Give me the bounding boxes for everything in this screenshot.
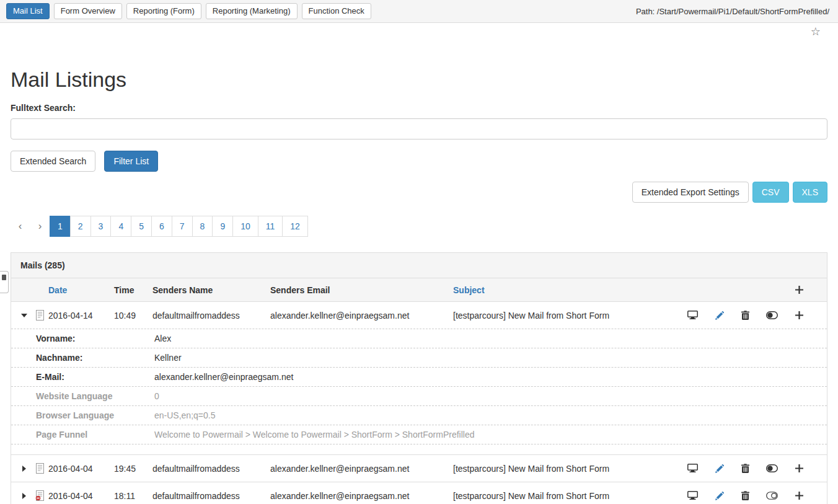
collapse-row-caret-icon[interactable]: [17, 314, 31, 317]
detail-field-value: Kellner: [154, 353, 827, 363]
detail-field-label: Page Funnel: [36, 430, 154, 440]
mail-row: 2016-04-0418:11defaultmailfromaddessalex…: [11, 482, 827, 504]
pagination: ‹›123456789101112: [11, 216, 827, 237]
mails-panel: Mails (285) Date Time Senders Name Sende…: [11, 252, 827, 504]
detail-field-label: Vorname:: [36, 334, 154, 343]
add-mail-icon[interactable]: [795, 311, 803, 319]
view-mail-icon[interactable]: [687, 464, 698, 473]
doc-header-row2: ☆: [0, 23, 838, 40]
table-body: 2016-04-1410:49defaultmailfromaddessalex…: [11, 301, 827, 504]
topbar-tabs: Mail ListForm OverviewReporting (Form)Re…: [6, 3, 371, 19]
page-title: Mail Listings: [11, 68, 827, 92]
column-header-date[interactable]: Date: [48, 285, 114, 295]
detail-field-value: alexander.kellner@einpraegsam.net: [154, 372, 827, 382]
mail-detail-row: E-Mail:alexander.kellner@einpraegsam.net: [11, 367, 827, 386]
mail-time: 10:49: [114, 311, 152, 321]
table-header-row: Date Time Senders Name Senders Email Sub…: [11, 278, 827, 301]
extended-search-button[interactable]: Extended Search: [11, 151, 95, 172]
mail-record-icon: [31, 463, 48, 474]
tab-reporting-form[interactable]: Reporting (Form): [126, 3, 201, 19]
pagination-page-9[interactable]: 9: [212, 216, 233, 237]
pagination-page-7[interactable]: 7: [172, 216, 193, 237]
detail-field-label: E-Mail:: [36, 372, 154, 382]
extended-export-settings-button[interactable]: Extended Export Settings: [632, 182, 749, 203]
column-header-subject[interactable]: Subject: [453, 285, 687, 295]
tab-function-check[interactable]: Function Check: [302, 3, 371, 19]
detail-field-value: 0: [154, 391, 827, 401]
detail-field-value: Alex: [154, 334, 827, 343]
pagination-prev-icon[interactable]: ‹: [10, 216, 30, 237]
column-header-senders-email: Senders Email: [270, 285, 453, 295]
pagination-page-5[interactable]: 5: [131, 216, 152, 237]
pagination-page-1[interactable]: 1: [50, 216, 71, 237]
toggle-visibility-icon[interactable]: [766, 492, 778, 500]
detail-field-label: Website Language: [36, 391, 154, 401]
fulltext-search-label: Fulltext Search:: [11, 103, 827, 113]
mail-sender-email: alexander.kellner@einpraegsam.net: [270, 491, 453, 501]
detail-field-value: en-US,en;q=0.5: [154, 410, 827, 420]
mails-panel-title: Mails (285): [11, 253, 827, 278]
mail-subject: [testparcours] New Mail from Short Form: [453, 311, 687, 321]
pagination-page-4[interactable]: 4: [110, 216, 131, 237]
mail-sender-email: alexander.kellner@einpraegsam.net: [270, 464, 453, 474]
view-mail-icon[interactable]: [687, 491, 698, 500]
pagination-page-3[interactable]: 3: [90, 216, 112, 237]
row-actions: [687, 311, 827, 320]
mail-details: Vorname:AlexNachname:KellnerE-Mail:alexa…: [11, 329, 827, 444]
toggle-visibility-icon[interactable]: [766, 464, 778, 472]
collapse-handle[interactable]: [0, 271, 9, 293]
mail-detail-row: Website Language0: [11, 386, 827, 405]
breadcrumb-path: Path: /Start/Powermail/Pi1/Default/Short…: [636, 7, 829, 16]
expand-row-caret-icon[interactable]: [17, 493, 31, 499]
pagination-page-8[interactable]: 8: [192, 216, 213, 237]
export-csv-button[interactable]: CSV: [752, 182, 789, 203]
mail-sender-name: defaultmailfromaddess: [152, 464, 270, 474]
detail-field-value: Welcome to Powermail > Welcome to Powerm…: [154, 430, 827, 440]
export-xls-button[interactable]: XLS: [793, 182, 827, 203]
edit-mail-icon[interactable]: [715, 492, 724, 500]
detail-field-label: Nachname:: [36, 353, 154, 363]
expand-row-caret-icon[interactable]: [17, 466, 31, 472]
add-mail-icon[interactable]: [795, 492, 803, 500]
mail-sender-email: alexander.kellner@einpraegsam.net: [270, 311, 453, 321]
mail-record-icon: [31, 310, 48, 321]
mail-date: 2016-04-04: [48, 464, 114, 474]
pagination-page-12[interactable]: 12: [282, 216, 308, 237]
mail-detail-row: Nachname:Kellner: [11, 348, 827, 367]
pagination-page-10[interactable]: 10: [232, 216, 258, 237]
mail-detail-row: Vorname:Alex: [11, 329, 827, 348]
mail-detail-row: Browser Languageen-US,en;q=0.5: [11, 405, 827, 425]
bookmark-star-icon[interactable]: ☆: [811, 26, 821, 37]
tab-form-overview[interactable]: Form Overview: [54, 3, 122, 19]
mail-date: 2016-04-04: [48, 491, 114, 501]
mail-sender-name: defaultmailfromaddess: [152, 491, 270, 501]
mail-sender-name: defaultmailfromaddess: [152, 311, 270, 321]
tab-mail-list[interactable]: Mail List: [6, 3, 50, 19]
edit-mail-icon[interactable]: [715, 311, 724, 320]
add-column-icon[interactable]: [795, 286, 803, 294]
mail-time: 18:11: [114, 491, 152, 501]
export-buttons: Extended Export Settings CSV XLS: [11, 182, 827, 203]
tab-reporting-marketing[interactable]: Reporting (Marketing): [206, 3, 298, 19]
add-mail-icon[interactable]: [795, 464, 803, 472]
filter-list-button[interactable]: Filter List: [104, 151, 158, 172]
view-mail-icon[interactable]: [687, 311, 698, 320]
filter-buttons: Extended Search Filter List: [11, 151, 827, 172]
fulltext-search-input[interactable]: [11, 118, 827, 139]
edit-mail-icon[interactable]: [715, 464, 724, 473]
main-content: Mail Listings Fulltext Search: Extended …: [0, 68, 838, 504]
pagination-page-6[interactable]: 6: [151, 216, 172, 237]
pagination-page-11[interactable]: 11: [258, 216, 283, 237]
mail-time: 19:45: [114, 464, 152, 474]
column-header-time: Time: [114, 285, 152, 295]
mail-detail-row: Page FunnelWelcome to Powermail > Welcom…: [11, 425, 827, 444]
doc-header: Mail ListForm OverviewReporting (Form)Re…: [0, 0, 838, 23]
pagination-next-icon[interactable]: ›: [30, 216, 50, 237]
toggle-visibility-icon[interactable]: [766, 311, 778, 319]
delete-mail-icon[interactable]: [741, 464, 749, 473]
delete-mail-icon[interactable]: [741, 311, 749, 320]
column-header-senders-name: Senders Name: [152, 285, 270, 295]
pagination-page-2[interactable]: 2: [70, 216, 91, 237]
mail-subject: [testparcours] New Mail from Short Form: [453, 491, 687, 501]
delete-mail-icon[interactable]: [741, 491, 749, 500]
